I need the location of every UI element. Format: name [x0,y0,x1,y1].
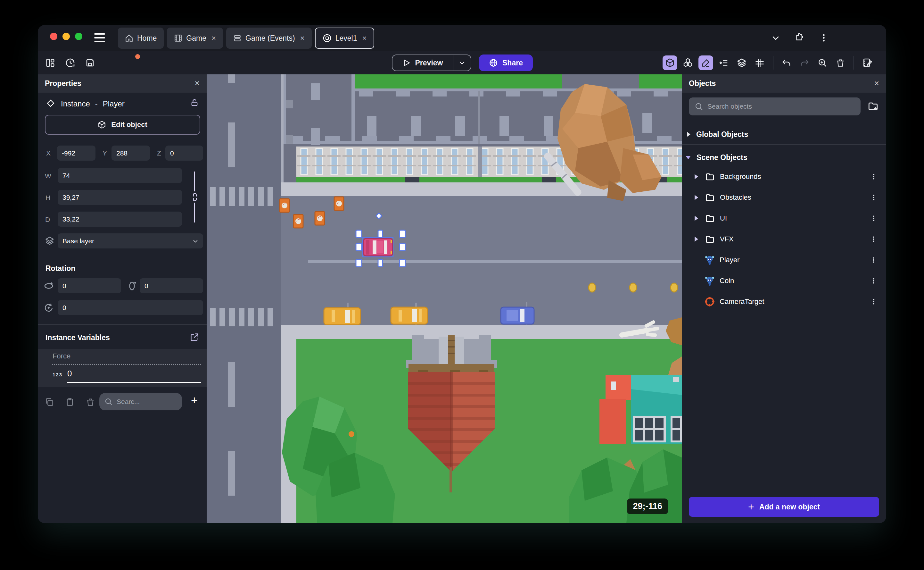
kebab-menu-icon[interactable] [870,256,877,264]
variable-value[interactable]: 0 [67,369,72,378]
tab-bar: Home Game × Game (Events) × Level1 × [118,28,374,49]
hamburger-menu-icon[interactable] [94,33,105,42]
external-link-icon[interactable] [190,333,199,342]
play-icon [402,59,411,67]
layers-icon[interactable] [734,55,749,70]
tab-label: Home [137,34,157,43]
scene-canvas[interactable]: 29;-116 [207,74,682,523]
kebab-menu-icon[interactable] [870,173,877,180]
add-variable-button[interactable]: + [191,394,198,407]
close-tab-icon[interactable]: × [362,34,367,43]
app-window: Home Game × Game (Events) × Level1 × [38,25,886,523]
y-input[interactable]: 288 [111,146,150,161]
object-row-player[interactable]: Player [682,251,886,269]
globe-icon [489,58,498,67]
instance-diamond-icon [46,99,55,108]
teal-building [599,375,682,444]
zoom-in-icon[interactable] [815,55,830,70]
objects-search-input[interactable] [689,98,861,115]
undo-icon[interactable] [779,55,794,70]
x-input[interactable]: -992 [57,146,95,161]
share-label: Share [502,59,523,67]
object-row-cameratarget[interactable]: CameraTarget [682,293,886,311]
edit-mode-pencil-icon[interactable] [698,55,713,70]
d-input[interactable]: 33,22 [58,211,182,227]
object-row-coin[interactable]: Coin [682,271,886,290]
kebab-menu-icon[interactable] [870,298,877,305]
variable-name[interactable]: Force [52,352,70,360]
add-folder-icon[interactable] [867,101,878,112]
object-label: CameraTarget [719,297,764,306]
layer-select[interactable]: Base layer [58,233,203,248]
kebab-menu-icon[interactable] [870,194,877,201]
rotation-y-input[interactable]: 0 [140,278,203,293]
w-input[interactable]: 74 [58,168,182,183]
toolbar-separator [854,56,854,70]
edit-object-button[interactable]: Edit object [45,115,200,135]
kebab-menu-icon[interactable] [870,236,877,243]
selected-player-instance[interactable] [363,238,393,257]
global-objects-group[interactable]: Global Objects [682,125,886,144]
chain-link-icon[interactable] [190,192,199,202]
folder-row-obstacles[interactable]: Obstacles [682,188,886,207]
folder-row-backgrounds[interactable]: Backgrounds [682,167,886,186]
h-input[interactable]: 39,27 [58,190,182,205]
folder-label: VFX [720,235,734,243]
close-tab-icon[interactable]: × [300,34,305,43]
z-input[interactable]: 0 [165,146,203,161]
tab-level1[interactable]: Level1 × [315,28,374,49]
save-icon[interactable] [82,55,98,70]
copy-icon[interactable] [45,397,54,406]
folder-label: Backgrounds [720,173,761,181]
unlock-icon[interactable] [190,98,199,107]
close-objects-icon[interactable]: × [874,78,879,89]
taxi-car[interactable] [391,307,428,324]
chevron-down-icon[interactable] [771,33,780,43]
panel-layout-icon[interactable] [43,55,58,70]
folder-row-ui[interactable]: UI [682,209,886,228]
kebab-menu-icon[interactable] [870,277,877,284]
search-icon [104,397,113,406]
folder-icon [705,213,715,223]
kebab-menu-icon[interactable] [870,215,877,222]
group-label: Global Objects [696,130,748,139]
preview-dropdown-button[interactable] [453,55,470,70]
layer-value: Base layer [63,237,94,245]
close-tab-icon[interactable]: × [211,34,216,43]
grid-icon[interactable] [752,55,767,70]
divider [38,260,207,260]
zoom-window-button[interactable] [75,33,82,40]
preview-button[interactable]: Preview [392,55,471,71]
scene-notes-edit-icon[interactable] [860,55,875,70]
events-icon [233,34,241,42]
trash-icon[interactable] [86,397,95,406]
instances-list-icon[interactable] [716,55,731,70]
kebab-menu-icon[interactable] [819,33,829,43]
add-new-object-button[interactable]: + Add a new object [689,497,879,517]
traffic-lights [50,33,82,40]
tab-game[interactable]: Game × [167,28,223,49]
cursor-coordinates-badge: 29;-116 [627,498,668,514]
close-properties-icon[interactable]: × [194,78,200,89]
objects-stack-icon[interactable] [681,55,695,70]
chevron-down-icon [192,238,199,244]
trash-icon[interactable] [833,55,848,70]
taxi-car[interactable] [324,308,360,325]
properties-panel-header: Properties × [38,74,207,93]
tab-game-events[interactable]: Game (Events) × [226,28,312,49]
scene-objects-group[interactable]: Scene Objects [682,148,886,167]
blue-car[interactable] [501,307,534,324]
rotation-z-input[interactable]: 0 [58,300,203,315]
redo-icon[interactable] [797,55,812,70]
folder-row-vfx[interactable]: VFX [682,230,886,248]
history-icon[interactable] [63,55,78,70]
paste-icon[interactable] [66,397,74,406]
close-window-button[interactable] [50,33,57,40]
toggle-3d-view-icon[interactable] [663,55,677,70]
share-button[interactable]: Share [479,55,533,71]
tab-home[interactable]: Home [118,28,164,49]
rotation-x-input[interactable]: 0 [58,278,121,293]
objects-panel-header: Objects × [682,74,886,93]
extensions-icon[interactable] [794,33,805,43]
minimize-window-button[interactable] [63,33,70,40]
